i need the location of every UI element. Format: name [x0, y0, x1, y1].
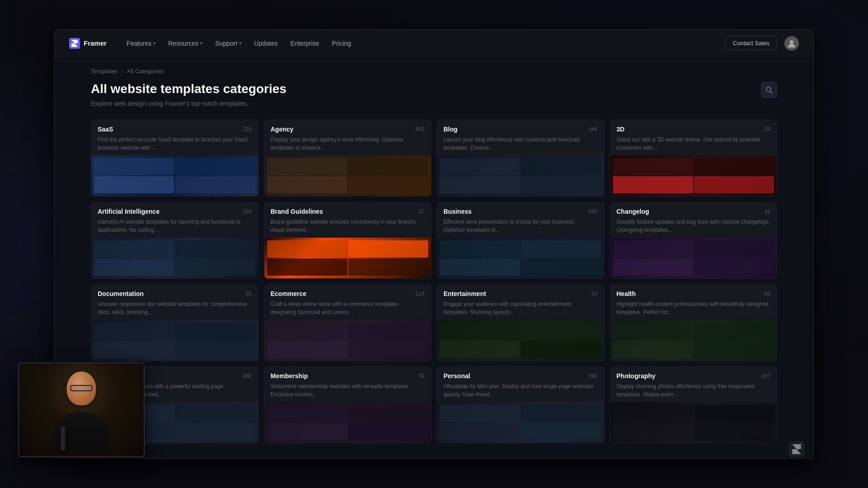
- card-mini-grid: [610, 402, 777, 443]
- card-count: 346: [588, 126, 597, 132]
- category-card-saas[interactable]: SaaS 229 Find the perfect no-code SaaS t…: [91, 120, 259, 197]
- card-header: SaaS 229 Find the perfect no-code SaaS t…: [91, 120, 258, 155]
- category-card-brand[interactable]: Brand Guidelines 27 Brand guideline webs…: [264, 202, 432, 279]
- card-mini-grid: [91, 238, 258, 278]
- category-card-ai[interactable]: Artificial Intelligence 169 Harness AI w…: [91, 202, 259, 279]
- card-desc: Launch your blog effortlessly with custo…: [443, 136, 598, 152]
- card-title-row: Business 860: [443, 208, 598, 215]
- card-title: Brand Guidelines: [271, 208, 323, 215]
- category-card-membership[interactable]: Membership 50 Streamline membership webs…: [264, 366, 432, 443]
- card-desc: Stand out with a 3D website theme. Get n…: [617, 136, 771, 152]
- nav-updates[interactable]: Updates: [249, 37, 283, 50]
- person-silhouette: [50, 367, 113, 453]
- card-title-row: Documentation 55: [98, 290, 252, 297]
- page-title: All website templates categories: [91, 82, 287, 96]
- category-card-blog[interactable]: Blog 346 Launch your blog effortlessly w…: [437, 120, 604, 197]
- card-desc: Uncover responsive doc website templates…: [98, 300, 252, 316]
- card-image: [610, 155, 777, 196]
- card-title: Ecommerce: [271, 290, 307, 297]
- contact-sales-button[interactable]: Contact Sales: [725, 36, 777, 50]
- card-mini-grid: [264, 320, 431, 361]
- category-card-personal[interactable]: Personal 590 Affordable for Mini plan. D…: [437, 366, 604, 443]
- card-count: 27: [419, 208, 425, 215]
- glasses: [71, 385, 93, 391]
- breadcrumb: Templates › All Categories: [91, 68, 777, 75]
- card-title: Changelog: [617, 208, 649, 215]
- card-count: 167: [761, 373, 770, 379]
- card-image: [610, 238, 777, 278]
- card-image: [264, 238, 431, 278]
- card-title: Agency: [271, 126, 294, 133]
- card-title-row: SaaS 229: [98, 126, 252, 133]
- card-count: 229: [242, 126, 251, 132]
- card-image: [610, 320, 777, 361]
- card-image: [91, 238, 258, 278]
- avatar[interactable]: [784, 36, 799, 51]
- card-header: Artificial Intelligence 169 Harness AI w…: [91, 202, 258, 238]
- logo[interactable]: Framer: [69, 38, 107, 49]
- card-desc: Display stunning photos effortlessly usi…: [617, 382, 771, 399]
- card-desc: Highlight health content professionally …: [617, 300, 771, 316]
- card-title: 3D: [617, 126, 625, 133]
- category-card-agency[interactable]: Agency 663 Display your design agency's …: [264, 120, 432, 197]
- watermark-icon: [788, 441, 805, 457]
- card-title: Artificial Intelligence: [98, 208, 160, 215]
- nav-support[interactable]: Support ▾: [210, 37, 247, 50]
- category-card-photography[interactable]: Photography 167 Display stunning photos …: [610, 366, 778, 443]
- logo-text: Framer: [84, 39, 107, 47]
- card-title-row: Changelog 41: [617, 208, 771, 215]
- breadcrumb-current: All Categories: [127, 68, 164, 75]
- card-count: 55: [245, 291, 251, 297]
- card-header: Changelog 41 Simplify feature updates an…: [610, 202, 777, 238]
- browser-window: Framer Features ▾ Resources ▾ Support ▾ …: [54, 29, 814, 459]
- breadcrumb-parent[interactable]: Templates: [91, 68, 118, 75]
- card-title-row: Membership 50: [271, 372, 425, 380]
- category-card-3d[interactable]: 3D 33 Stand out with a 3D website theme.…: [610, 120, 778, 197]
- card-title-row: Blog 346: [443, 126, 598, 133]
- card-count: 33: [764, 126, 770, 132]
- card-header: Ecommerce 114 Craft a sleek online store…: [264, 285, 431, 320]
- category-card-health[interactable]: Health 66 Highlight health content profe…: [610, 284, 778, 361]
- card-mini-grid: [91, 155, 258, 196]
- card-count: 66: [764, 291, 770, 297]
- card-header: Documentation 55 Uncover responsive doc …: [91, 285, 258, 320]
- nav-enterprise[interactable]: Enterprise: [285, 37, 325, 50]
- category-card-business[interactable]: Business 860 Effective work presentation…: [437, 202, 604, 279]
- card-desc: Engage your audience with captivating en…: [443, 300, 598, 316]
- main-content: Templates › All Categories All website t…: [55, 57, 813, 458]
- card-mini-grid: [437, 320, 604, 361]
- card-desc: Effective work presentation is crucial f…: [443, 218, 598, 234]
- card-image: [264, 320, 431, 361]
- card-header: Photography 167 Display stunning photos …: [610, 367, 777, 402]
- logo-icon: [69, 38, 80, 49]
- nav-resources[interactable]: Resources ▾: [163, 37, 208, 50]
- category-card-entertainment[interactable]: Entertainment 63 Engage your audience wi…: [437, 284, 604, 361]
- card-count: 41: [764, 208, 770, 215]
- card-title: Photography: [617, 372, 656, 380]
- card-desc: Harness AI website templates for stunnin…: [98, 218, 252, 234]
- card-image: [91, 320, 258, 361]
- page-header-text: All website templates categories Explore…: [91, 82, 287, 120]
- card-header: Entertainment 63 Engage your audience wi…: [437, 285, 604, 320]
- category-card-changelog[interactable]: Changelog 41 Simplify feature updates an…: [610, 202, 778, 279]
- card-count: 63: [591, 291, 597, 297]
- card-mini-grid: [91, 320, 258, 361]
- search-button[interactable]: [761, 82, 777, 98]
- card-title-row: Health 66: [617, 290, 771, 297]
- card-image: [437, 155, 604, 196]
- card-header: Health 66 Highlight health content profe…: [610, 285, 777, 320]
- card-title: Blog: [443, 126, 458, 133]
- nav-pricing[interactable]: Pricing: [326, 37, 357, 50]
- card-title-row: 3D 33: [617, 126, 771, 133]
- card-mini-grid: [437, 238, 604, 278]
- category-card-docs[interactable]: Documentation 55 Uncover responsive doc …: [91, 284, 259, 361]
- card-count: 114: [415, 291, 425, 297]
- card-title-row: Brand Guidelines 27: [271, 208, 425, 215]
- category-card-ecommerce[interactable]: Ecommerce 114 Craft a sleek online store…: [264, 284, 432, 361]
- nav-features[interactable]: Features ▾: [121, 37, 161, 50]
- page-subtitle: Explore web design using Framer's top-no…: [91, 100, 287, 107]
- card-count: 590: [588, 373, 597, 379]
- person-head: [67, 371, 96, 405]
- card-mini-grid: [437, 155, 604, 196]
- categories-grid: SaaS 229 Find the perfect no-code SaaS t…: [91, 120, 777, 443]
